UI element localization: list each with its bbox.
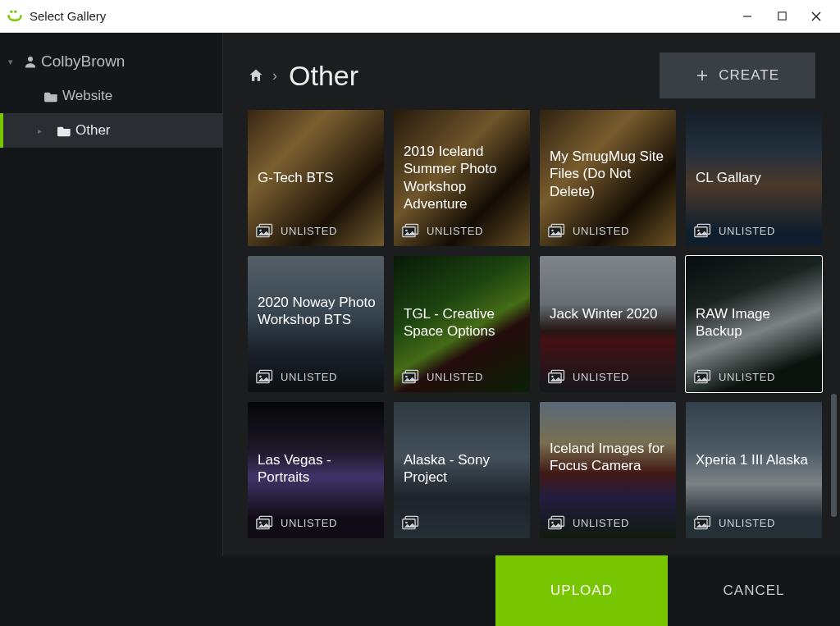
gallery-grid: G-Tech BTSUNLISTED2019 Iceland Summer Ph…	[248, 110, 824, 538]
gallery-title: CL Gallary	[696, 169, 814, 186]
gallery-card[interactable]: RAW Image BackupUNLISTED	[686, 256, 822, 392]
images-icon	[402, 369, 420, 384]
gallery-status: UNLISTED	[256, 223, 337, 238]
images-icon	[548, 223, 566, 238]
gallery-card[interactable]: My SmugMug Site Files (Do Not Delete)UNL…	[540, 110, 676, 246]
home-icon[interactable]	[248, 67, 264, 84]
images-icon	[256, 223, 274, 238]
window-maximize-button[interactable]	[774, 9, 789, 24]
svg-point-17	[551, 230, 554, 232]
svg-point-35	[259, 522, 262, 524]
images-icon	[548, 369, 566, 384]
breadcrumb: › Other	[248, 60, 358, 92]
gallery-status: UNLISTED	[256, 369, 337, 384]
gallery-card[interactable]: Iceland Images for Focus CameraUNLISTED	[540, 402, 676, 538]
gallery-title: Iceland Images for Focus Camera	[550, 440, 668, 475]
gallery-title: Alaska - Sony Project	[404, 451, 522, 487]
svg-point-6	[28, 57, 33, 62]
svg-point-38	[405, 522, 408, 524]
svg-point-29	[551, 376, 554, 378]
gallery-title: Las Vegas - Portraits	[258, 451, 376, 487]
gallery-status: UNLISTED	[548, 515, 629, 530]
gallery-status: UNLISTED	[256, 515, 337, 530]
images-icon	[694, 515, 712, 530]
svg-point-14	[405, 230, 408, 232]
gallery-card[interactable]: Jack Winter 2020UNLISTED	[540, 256, 676, 392]
svg-point-23	[259, 376, 262, 378]
cancel-button[interactable]: CANCEL	[668, 555, 840, 626]
svg-point-41	[551, 522, 554, 524]
images-icon	[402, 515, 420, 530]
dialog-footer: UPLOAD CANCEL	[0, 555, 840, 626]
svg-rect-3	[778, 12, 785, 20]
chevron-right-icon: ›	[272, 67, 277, 85]
svg-point-44	[697, 522, 700, 524]
plus-icon	[696, 69, 709, 82]
chevron-down-icon: ▾	[8, 57, 23, 67]
tree-folder-label: Other	[75, 122, 111, 139]
gallery-card[interactable]: 2020 Noway Photo Workshop BTSUNLISTED	[248, 256, 384, 392]
svg-point-20	[697, 230, 700, 232]
gallery-title: Xperia 1 III Alaska	[696, 451, 814, 468]
folder-tree-sidebar: ▾ ColbyBrown Website ▸ Other	[0, 33, 223, 555]
gallery-card[interactable]: Las Vegas - PortraitsUNLISTED	[248, 402, 384, 538]
gallery-title: RAW Image Backup	[696, 305, 814, 340]
window-minimize-button[interactable]	[740, 9, 755, 24]
tree-folder-other[interactable]: ▸ Other	[0, 113, 222, 148]
tree-folder-website[interactable]: Website	[0, 79, 222, 113]
scrollbar-thumb[interactable]	[831, 394, 837, 517]
images-icon	[694, 223, 712, 238]
page-title: Other	[289, 60, 358, 92]
gallery-status	[402, 515, 427, 530]
svg-point-26	[405, 376, 408, 378]
tree-user-label: ColbyBrown	[41, 53, 125, 71]
gallery-card[interactable]: Xperia 1 III AlaskaUNLISTED	[686, 402, 822, 538]
gallery-title: TGL - Creative Space Options	[404, 305, 522, 340]
gallery-status: UNLISTED	[694, 515, 775, 530]
gallery-status: UNLISTED	[402, 369, 483, 384]
gallery-card[interactable]: CL GallaryUNLISTED	[686, 110, 822, 246]
images-icon	[402, 223, 420, 238]
images-icon	[256, 369, 274, 384]
gallery-title: Jack Winter 2020	[550, 305, 668, 322]
svg-point-1	[14, 10, 16, 12]
gallery-title: My SmugMug Site Files (Do Not Delete)	[550, 148, 668, 200]
images-icon	[548, 515, 566, 530]
gallery-status: UNLISTED	[548, 223, 629, 238]
gallery-card[interactable]: Alaska - Sony Project	[394, 402, 530, 538]
create-button-label: CREATE	[719, 67, 779, 84]
svg-point-0	[10, 10, 12, 12]
folder-icon	[57, 125, 75, 137]
svg-point-11	[259, 230, 262, 232]
app-logo-icon	[7, 8, 23, 25]
tree-user-node[interactable]: ▾ ColbyBrown	[0, 44, 222, 79]
gallery-status: UNLISTED	[402, 223, 483, 238]
images-icon	[256, 515, 274, 530]
gallery-status: UNLISTED	[694, 369, 775, 384]
gallery-title: 2020 Noway Photo Workshop BTS	[258, 294, 376, 329]
svg-point-32	[697, 376, 700, 378]
images-icon	[694, 369, 712, 384]
upload-button[interactable]: UPLOAD	[495, 555, 668, 626]
gallery-title: G-Tech BTS	[258, 169, 376, 186]
gallery-card[interactable]: 2019 Iceland Summer Photo Workshop Adven…	[394, 110, 530, 246]
create-button[interactable]: CREATE	[660, 53, 815, 98]
gallery-title: 2019 Iceland Summer Photo Workshop Adven…	[404, 143, 522, 212]
folder-icon	[44, 90, 62, 103]
gallery-status: UNLISTED	[694, 223, 775, 238]
gallery-card[interactable]: TGL - Creative Space OptionsUNLISTED	[394, 256, 530, 392]
user-icon	[23, 54, 41, 69]
gallery-card[interactable]: G-Tech BTSUNLISTED	[248, 110, 384, 246]
window-close-button[interactable]	[809, 9, 824, 24]
gallery-status: UNLISTED	[548, 369, 629, 384]
chevron-right-icon: ▸	[38, 126, 42, 135]
titlebar: Select Gallery	[0, 0, 840, 33]
tree-folder-label: Website	[62, 88, 112, 104]
window-title: Select Gallery	[30, 9, 740, 23]
